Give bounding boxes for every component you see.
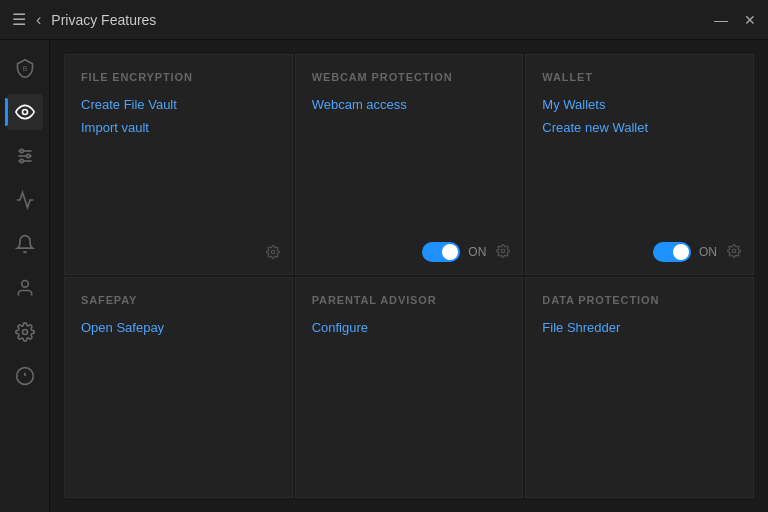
sidebar: B [0,40,50,512]
card-webcam-protection: WEBCAM PROTECTION Webcam access ON [295,54,524,275]
sidebar-icon-user[interactable] [7,270,43,306]
gear-icon-webcam[interactable] [496,244,510,261]
link-my-wallets[interactable]: My Wallets [542,97,737,112]
close-button[interactable]: ✕ [744,12,756,28]
svg-point-9 [22,330,27,335]
svg-point-8 [21,281,28,288]
link-webcam-access[interactable]: Webcam access [312,97,507,112]
card-footer-wallet: ON [653,242,741,262]
card-title-parental-advisor: PARENTAL ADVISOR [312,294,507,306]
toggle-wallet[interactable] [653,242,691,262]
link-configure[interactable]: Configure [312,320,507,335]
link-create-file-vault[interactable]: Create File Vault [81,97,276,112]
card-footer-webcam-protection: ON [422,242,510,262]
main-layout: B [0,40,768,512]
menu-icon[interactable]: ☰ [12,10,26,29]
card-title-wallet: WALLET [542,71,737,83]
page-title: Privacy Features [51,12,714,28]
titlebar: ☰ ‹ Privacy Features — ✕ [0,0,768,40]
sidebar-icon-bell[interactable] [7,226,43,262]
gear-icon-wallet[interactable] [727,244,741,261]
card-wallet: WALLET My Wallets Create new Wallet ON [525,54,754,275]
card-title-file-encryption: FILE ENCRYPTION [81,71,276,83]
toggle-webcam[interactable] [422,242,460,262]
svg-point-13 [271,250,275,254]
svg-point-15 [732,249,736,253]
card-title-data-protection: DATA PROTECTION [542,294,737,306]
card-title-webcam-protection: WEBCAM PROTECTION [312,71,507,83]
back-icon[interactable]: ‹ [36,11,41,29]
link-import-vault[interactable]: Import vault [81,120,276,135]
svg-point-6 [26,154,29,157]
minimize-button[interactable]: — [714,12,728,28]
card-title-safepay: SAFEPAY [81,294,276,306]
card-footer-file-encryption [266,245,280,262]
toggle-wrapper-webcam: ON [422,242,486,262]
sidebar-icon-info[interactable] [7,358,43,394]
svg-text:B: B [22,65,27,72]
link-file-shredder[interactable]: File Shredder [542,320,737,335]
svg-point-5 [20,149,23,152]
svg-point-1 [22,110,27,115]
sidebar-icon-analytics[interactable] [7,182,43,218]
svg-point-7 [20,159,23,162]
toggle-label-wallet: ON [699,245,717,259]
sidebar-icon-settings[interactable] [7,314,43,350]
content-grid: FILE ENCRYPTION Create File Vault Import… [50,40,768,512]
card-safepay: SAFEPAY Open Safepay [64,277,293,498]
card-parental-advisor: PARENTAL ADVISOR Configure [295,277,524,498]
gear-icon-file-encryption[interactable] [266,245,280,262]
svg-point-14 [502,249,506,253]
sidebar-icon-eye[interactable] [7,94,43,130]
sidebar-icon-tools[interactable] [7,138,43,174]
link-open-safepay[interactable]: Open Safepay [81,320,276,335]
link-create-new-wallet[interactable]: Create new Wallet [542,120,737,135]
toggle-label-webcam: ON [468,245,486,259]
sidebar-icon-shield[interactable]: B [7,50,43,86]
card-data-protection: DATA PROTECTION File Shredder [525,277,754,498]
toggle-wrapper-wallet: ON [653,242,717,262]
window-controls: — ✕ [714,12,756,28]
card-file-encryption: FILE ENCRYPTION Create File Vault Import… [64,54,293,275]
